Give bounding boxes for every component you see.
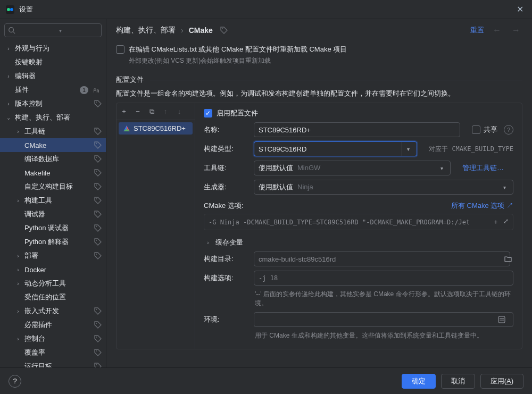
svg-point-20	[96, 364, 97, 365]
sidebar-item-6[interactable]: ›工具链	[0, 124, 106, 138]
build-dir-input[interactable]: cmake-build-stc89c516rd	[254, 252, 510, 266]
cache-vars-toggle[interactable]: › 缓存变量	[204, 238, 513, 247]
sidebar-item-15[interactable]: ›部署	[0, 249, 106, 263]
tag-icon	[94, 211, 102, 218]
sidebar-item-10[interactable]: ›自定义构建目标	[0, 180, 106, 194]
chevron-right-icon: ›	[14, 129, 22, 135]
svg-point-10	[96, 185, 97, 186]
profile-copy-icon[interactable]: ⧉	[147, 107, 156, 116]
breadcrumb-1: CMake	[189, 26, 213, 35]
cmake-icon	[123, 125, 130, 132]
svg-point-18	[96, 337, 97, 338]
tag-icon	[94, 197, 102, 204]
sidebar-item-1[interactable]: ›按键映射	[0, 55, 106, 69]
build-type-select[interactable]: STC89C516RD ▾	[254, 141, 417, 156]
chevron-right-icon: ›	[14, 253, 22, 259]
sidebar-item-label: 受信任的位置	[24, 292, 102, 302]
build-opts-input[interactable]: -j 18	[254, 271, 513, 286]
chevron-down-icon: ▾	[402, 142, 414, 156]
sidebar-item-8[interactable]: ›编译数据库	[0, 152, 106, 166]
sidebar-item-9[interactable]: ›Makefile	[0, 166, 106, 180]
name-input[interactable]: STC89C516RD+	[254, 122, 460, 137]
sidebar-item-label: Python 解释器	[24, 237, 92, 247]
sidebar-item-label: 嵌入式开发	[24, 306, 92, 316]
breadcrumb-0: 构建、执行、部署	[116, 26, 176, 35]
svg-point-2	[10, 8, 13, 11]
manage-toolchains-link[interactable]: 管理工具链…	[462, 163, 504, 173]
svg-point-21	[222, 28, 223, 29]
cancel-button[interactable]: 取消	[441, 374, 475, 389]
chevron-down-icon: ⌄	[4, 115, 13, 121]
sidebar-item-4[interactable]: ›版本控制	[0, 97, 106, 111]
list-icon[interactable]	[497, 315, 506, 324]
all-cmake-options-link[interactable]: 所有 CMake 选项 ↗	[451, 201, 513, 211]
sidebar-item-3[interactable]: ›插件1🗛	[0, 83, 106, 97]
share-checkbox[interactable]	[472, 125, 480, 134]
sidebar-item-2[interactable]: ›编辑器	[0, 69, 106, 83]
chevron-right-icon: ›	[181, 26, 184, 35]
build-opts-hint: '--' 后面的实参传递给此构建，其他实参是 CMake 命令行形参。默认选项取…	[255, 290, 513, 308]
sidebar-item-17[interactable]: ›动态分析工具	[0, 276, 106, 290]
reset-link[interactable]: 重置	[470, 26, 484, 35]
sidebar-item-label: 构建工具	[24, 196, 92, 205]
tag-icon	[94, 141, 102, 149]
plus-icon[interactable]: ＋	[493, 217, 499, 227]
svg-point-13	[96, 226, 97, 227]
help-icon[interactable]: ?	[9, 375, 21, 388]
profile-remove-icon[interactable]: −	[134, 107, 142, 115]
sidebar-item-5[interactable]: ⌄构建、执行、部署	[0, 111, 106, 124]
sidebar-item-label: 构建、执行、部署	[15, 113, 102, 122]
sidebar-item-label: 外观与行为	[15, 44, 102, 53]
ok-button[interactable]: 确定	[402, 374, 436, 389]
sidebar-item-18[interactable]: ›受信任的位置	[0, 290, 106, 304]
toolchain-select[interactable]: 使用默认值MinGW ▾	[254, 161, 451, 175]
svg-point-11	[96, 198, 97, 199]
cmake-options-label: CMake 选项:	[204, 201, 243, 211]
apply-button[interactable]: 应用(A)	[480, 374, 523, 389]
profile-add-icon[interactable]: +	[120, 107, 128, 115]
chevron-right-icon: ›	[4, 101, 13, 107]
generator-select[interactable]: 使用默认值Ninja ▾	[254, 180, 513, 195]
sidebar-item-label: 覆盖率	[24, 348, 92, 357]
sidebar-item-label: 调试器	[24, 209, 92, 219]
sidebar-item-13[interactable]: ›Python 调试器	[0, 221, 106, 235]
sidebar-item-23[interactable]: ›运行目标	[0, 359, 106, 367]
sidebar-item-16[interactable]: ›Docker	[0, 263, 106, 276]
folder-icon[interactable]	[503, 254, 513, 264]
sidebar-item-0[interactable]: ›外观与行为	[0, 41, 106, 55]
cmake-options-box[interactable]: -G Ninja -DCMAKE_BUILD_TYPE=STC89C516RD …	[204, 214, 513, 230]
nav-back-icon[interactable]: ←	[491, 26, 503, 35]
sidebar-item-12[interactable]: ›调试器	[0, 207, 106, 221]
enable-profile-checkbox[interactable]	[204, 109, 212, 118]
sidebar-item-7[interactable]: ›CMake	[0, 138, 106, 152]
close-icon[interactable]: ✕	[513, 2, 527, 16]
share-label: 共享	[484, 125, 497, 135]
expand-icon[interactable]: ⤢	[503, 217, 509, 227]
profile-up-icon: ↑	[161, 107, 170, 115]
tag-icon	[94, 363, 102, 367]
svg-point-15	[96, 254, 97, 255]
reload-checkbox[interactable]	[116, 45, 124, 54]
chevron-right-icon: ›	[14, 281, 22, 287]
env-input[interactable]	[254, 312, 513, 327]
profile-list-item[interactable]: STC89C516RD+	[119, 122, 193, 135]
sidebar-item-20[interactable]: ›必需插件	[0, 318, 106, 332]
sidebar-item-label: 编辑器	[15, 71, 102, 81]
sidebar-item-21[interactable]: ›控制台	[0, 332, 106, 346]
sidebar-item-label: Docker	[24, 266, 102, 274]
sidebar-item-19[interactable]: ›嵌入式开发	[0, 304, 106, 318]
search-input[interactable]: ▾	[4, 23, 102, 37]
tag-icon	[94, 321, 102, 329]
nav-forward-icon[interactable]: →	[510, 26, 522, 35]
reload-hint: 外部更改(例如 VCS 更新)会始终触发项目重新加载	[129, 56, 522, 65]
share-help-icon[interactable]: ?	[504, 125, 513, 135]
sidebar-item-label: 插件	[15, 85, 78, 95]
sidebar-item-22[interactable]: ›覆盖率	[0, 346, 106, 359]
chevron-right-icon: ›	[14, 336, 22, 342]
app-logo-icon	[5, 5, 15, 14]
tag-icon	[94, 128, 102, 135]
tag-icon	[94, 335, 102, 342]
sidebar-item-11[interactable]: ›构建工具	[0, 194, 106, 207]
profiles-section-title: 配置文件	[116, 75, 144, 85]
sidebar-item-14[interactable]: ›Python 解释器	[0, 235, 106, 249]
